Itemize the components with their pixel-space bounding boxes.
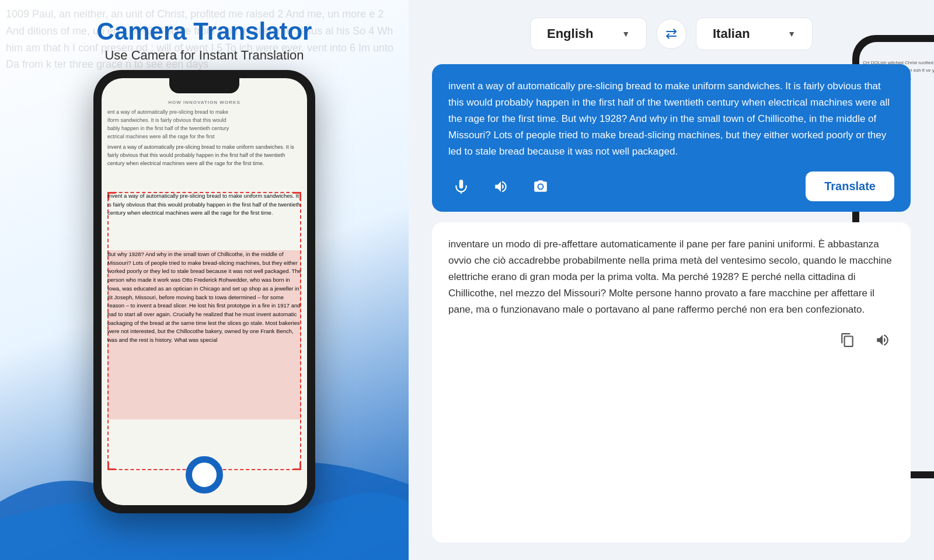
right-panel: CH DOLish witched Christ rucified is onl… xyxy=(409,0,934,560)
swap-languages-button[interactable]: ⇄ xyxy=(656,19,686,49)
source-text-box: invent a way of automatically pre-slicin… xyxy=(432,64,911,212)
phone-highlight-text: But why 1928? And why in the small town … xyxy=(107,250,301,345)
target-actions-bar xyxy=(448,328,894,352)
camera-shutter-button[interactable] xyxy=(186,456,223,494)
target-speaker-icon xyxy=(875,332,890,348)
source-lang-label: English xyxy=(547,26,593,41)
camera-btn-inner xyxy=(190,461,218,489)
phone-frame: HOW INNOVATION WORKS ent a way of automa… xyxy=(93,70,315,513)
microphone-button[interactable] xyxy=(448,174,474,200)
phone-screen: HOW INNOVATION WORKS ent a way of automa… xyxy=(102,78,307,505)
left-panel: 1009 Paul, an neither, an unit of Christ… xyxy=(0,0,409,560)
camera-button[interactable] xyxy=(528,174,553,200)
source-lang-button[interactable]: English ▼ xyxy=(530,18,647,50)
left-header: Camera Translator Use Camera for Instant… xyxy=(0,0,409,69)
target-text-box: inventare un modo di pre-affettare autom… xyxy=(432,222,911,542)
target-lang-label: Italian xyxy=(713,26,750,41)
speaker-icon xyxy=(493,179,508,194)
source-text-content: invent a way of automatically pre-slicin… xyxy=(448,78,894,160)
swap-icon: ⇄ xyxy=(665,26,677,42)
corner-br xyxy=(293,462,301,470)
translate-button[interactable]: Translate xyxy=(806,172,894,201)
source-lang-chevron: ▼ xyxy=(622,29,630,38)
target-text-content: inventare un modo di pre-affettare autom… xyxy=(448,236,894,318)
target-lang-button[interactable]: Italian ▼ xyxy=(696,18,813,50)
copy-button[interactable] xyxy=(836,328,859,352)
phone-notch xyxy=(169,78,239,93)
target-lang-chevron: ▼ xyxy=(787,29,796,38)
corner-bl xyxy=(107,462,116,470)
speaker-button[interactable] xyxy=(488,174,514,200)
camera-icon xyxy=(533,179,548,194)
app-subtitle: Use Camera for Instant Translation xyxy=(12,48,397,63)
copy-icon xyxy=(840,332,855,348)
source-actions-bar: Translate xyxy=(448,172,894,201)
app-title: Camera Translator xyxy=(12,18,397,46)
book-title: HOW INNOVATION WORKS xyxy=(107,99,301,106)
mic-icon xyxy=(454,179,469,194)
lang-selector-row: English ▼ ⇄ Italian ▼ xyxy=(432,18,911,50)
phone-mockup: HOW INNOVATION WORKS ent a way of automa… xyxy=(93,70,315,513)
target-speaker-button[interactable] xyxy=(871,328,894,352)
phone-clear-text: invent a way of automatically pre-slicin… xyxy=(107,192,301,218)
